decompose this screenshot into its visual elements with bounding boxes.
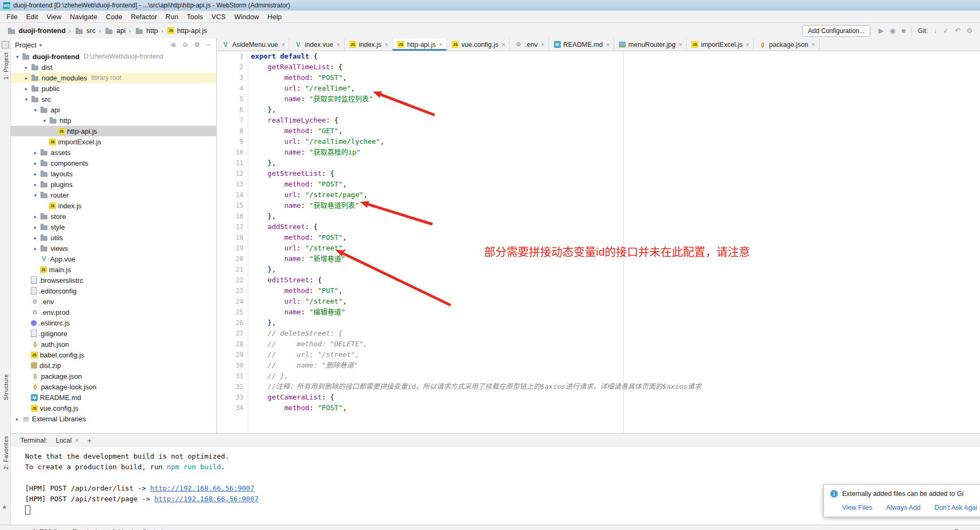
chevron-right-icon[interactable]: ▸ <box>14 416 21 422</box>
line-number[interactable]: 5 <box>217 94 243 104</box>
tree-item-utils[interactable]: ▸utils <box>11 232 216 243</box>
git-rollback-icon[interactable]: ↶ <box>954 27 960 35</box>
code-line[interactable]: url: "/street/page", <box>251 190 701 200</box>
tab-menuRouter.jpg[interactable]: menuRouter.jpg× <box>614 38 687 51</box>
tree-item-node_modules[interactable]: ▸node_moduleslibrary root <box>11 72 216 83</box>
line-number[interactable]: 22 <box>217 275 243 286</box>
code-line[interactable]: getStreetList: { <box>251 168 701 179</box>
line-number[interactable]: 15 <box>217 200 243 211</box>
chevron-right-icon[interactable]: ▸ <box>32 235 39 241</box>
line-number[interactable]: 10 <box>217 147 243 158</box>
code-line[interactable]: realTimeLychee: { <box>251 115 701 126</box>
close-tab-icon[interactable]: × <box>281 41 285 48</box>
tree-item-public[interactable]: ▸public <box>11 83 216 94</box>
notification-action-don-t-ask-agai[interactable]: Don't Ask Agai <box>934 504 977 511</box>
menu-tools[interactable]: Tools <box>183 13 207 21</box>
code-line[interactable]: }, <box>251 317 701 328</box>
tree-item-dist.zip[interactable]: dist.zip <box>11 360 216 371</box>
chevron-right-icon[interactable]: ▸ <box>32 171 39 177</box>
line-number[interactable]: 30 <box>217 360 243 371</box>
tree-item-.env.prod[interactable]: ⚙.env.prod <box>11 307 216 317</box>
tree-item-.browserslistrc[interactable]: .browserslistrc <box>11 275 216 286</box>
close-tab-icon[interactable]: × <box>746 41 749 48</box>
favorites-star-icon[interactable]: ★ <box>2 503 7 511</box>
code-line[interactable]: // deleteStreet: { <box>251 328 701 339</box>
tree-item-router[interactable]: ▾router <box>11 190 216 200</box>
tree-item-importExcel.js[interactable]: JSimportExcel.js <box>11 136 216 147</box>
line-number[interactable]: 27 <box>217 328 243 339</box>
line-number[interactable]: 9 <box>217 136 243 147</box>
tab-.env[interactable]: ⚙.env× <box>510 38 549 51</box>
code-line[interactable]: name: "获取荔枝的ip" <box>251 147 701 158</box>
close-tab-icon[interactable]: × <box>606 41 610 48</box>
menu-window[interactable]: Window <box>230 13 263 21</box>
git-commit-icon[interactable]: ✓ <box>943 27 949 35</box>
tree-item-.gitignore[interactable]: .gitignore <box>11 328 216 339</box>
terminal-link[interactable]: http://192.168.66.56:9007 <box>150 484 255 492</box>
tool-button-structure[interactable]: Structure <box>1 374 9 400</box>
line-number[interactable]: 20 <box>217 254 243 264</box>
line-number[interactable]: 28 <box>217 339 243 349</box>
line-number[interactable]: 25 <box>217 307 243 317</box>
tree-item-.editorconfig[interactable]: .editorconfig <box>11 286 216 296</box>
code-line[interactable]: method: "PUT", <box>251 286 701 296</box>
line-number[interactable]: 21 <box>217 264 243 275</box>
menu-run[interactable]: Run <box>161 13 183 21</box>
hide-panel-icon[interactable]: ─ <box>206 41 211 48</box>
tree-item-main.js[interactable]: JSmain.js <box>11 264 216 275</box>
tree-item-babel.config.js[interactable]: JSbabel.config.js <box>11 349 216 360</box>
close-tab-icon[interactable]: × <box>337 41 340 48</box>
menu-file[interactable]: File <box>2 13 22 21</box>
chevron-down-icon[interactable]: ▾ <box>39 42 42 48</box>
notification-action-view-files[interactable]: View Files <box>842 504 872 511</box>
code-line[interactable]: method: "POST", <box>251 72 701 83</box>
close-tab-icon[interactable]: × <box>385 41 388 48</box>
code-line[interactable]: }, <box>251 158 701 168</box>
close-tab-icon[interactable]: × <box>439 41 443 48</box>
tab-package.json[interactable]: {}package.json× <box>754 38 820 51</box>
line-number[interactable]: 6 <box>217 104 243 115</box>
code-line[interactable]: name: "获取巷道列表" <box>251 200 701 211</box>
line-number[interactable]: 13 <box>217 179 243 190</box>
code-line[interactable]: }, <box>251 264 701 275</box>
menu-refactor[interactable]: Refactor <box>127 13 161 21</box>
line-number[interactable]: 2 <box>217 62 243 72</box>
code-area[interactable]: 1234567891011121314151617181920212223242… <box>217 51 980 433</box>
chevron-right-icon[interactable]: ▸ <box>23 64 30 70</box>
tree-item-plugins[interactable]: ▸plugins <box>11 179 216 190</box>
chevron-down-icon[interactable]: ▾ <box>32 107 39 113</box>
tree-item-duoji-frontend[interactable]: ▾duoji-frontendD:\zheheWeb\duoji-fronten… <box>11 51 216 62</box>
new-terminal-icon[interactable]: + <box>87 436 92 445</box>
line-number[interactable]: 34 <box>217 403 243 413</box>
project-panel-title[interactable]: Project <box>15 41 36 49</box>
tree-item-store[interactable]: ▸store <box>11 211 216 222</box>
line-number[interactable]: 4 <box>217 83 243 94</box>
tree-item-api[interactable]: ▾api <box>11 104 216 115</box>
tab-importExcel.js[interactable]: JSimportExcel.js× <box>687 38 754 51</box>
stop-icon[interactable]: ■ <box>902 27 906 35</box>
tree-item-src[interactable]: ▾src <box>11 94 216 104</box>
menu-help[interactable]: Help <box>263 13 286 21</box>
code-line[interactable]: method: "GET", <box>251 126 701 136</box>
chevron-right-icon[interactable]: ▸ <box>32 246 39 251</box>
tree-item-External Libraries[interactable]: ▸▤External Libraries <box>11 413 216 424</box>
code-line[interactable]: //注释：所有用到删除的接口都需要拼接变量id，所以请求方式采用了挂载在原型链上… <box>251 381 701 392</box>
line-number[interactable]: 23 <box>217 286 243 296</box>
tree-item-App.vue[interactable]: VApp.vue <box>11 254 216 264</box>
code-line[interactable]: url: "/realTime", <box>251 83 701 94</box>
tree-item-components[interactable]: ▸components <box>11 158 216 168</box>
breadcrumb-api[interactable]: api <box>103 27 126 35</box>
tab-AsideMenu.vue[interactable]: VAsideMenu.vue× <box>217 38 289 51</box>
tree-item-auth.json[interactable]: {}auth.json <box>11 339 216 349</box>
line-number[interactable]: 8 <box>217 126 243 136</box>
panel-settings-icon[interactable]: ⚙ <box>194 41 200 48</box>
locate-file-icon[interactable]: ⊕ <box>171 41 176 48</box>
code-line[interactable]: name: "获取实时监控列表" <box>251 94 701 104</box>
debug-icon[interactable]: ◉ <box>889 27 895 35</box>
tree-item-index.js[interactable]: JSindex.js <box>11 200 216 211</box>
line-number[interactable]: 16 <box>217 211 243 222</box>
code-content[interactable]: export default { getRealTimeList: { meth… <box>248 51 701 433</box>
menu-navigate[interactable]: Navigate <box>66 13 101 21</box>
breadcrumb-http-api.js[interactable]: JShttp-api.js <box>165 27 208 35</box>
close-terminal-tab-icon[interactable]: × <box>75 437 79 444</box>
